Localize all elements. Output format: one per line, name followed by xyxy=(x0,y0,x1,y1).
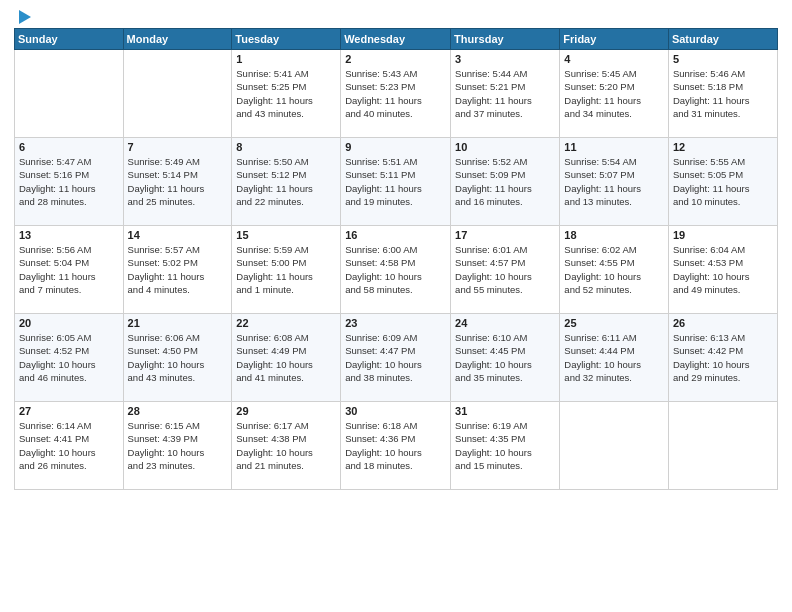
day-cell: 9Sunrise: 5:51 AM Sunset: 5:11 PM Daylig… xyxy=(341,138,451,226)
day-info: Sunrise: 5:54 AM Sunset: 5:07 PM Dayligh… xyxy=(564,155,664,208)
day-cell: 18Sunrise: 6:02 AM Sunset: 4:55 PM Dayli… xyxy=(560,226,669,314)
day-cell: 30Sunrise: 6:18 AM Sunset: 4:36 PM Dayli… xyxy=(341,402,451,490)
col-header-tuesday: Tuesday xyxy=(232,29,341,50)
week-row-1: 1Sunrise: 5:41 AM Sunset: 5:25 PM Daylig… xyxy=(15,50,778,138)
col-header-monday: Monday xyxy=(123,29,232,50)
day-number: 13 xyxy=(19,229,119,241)
col-header-sunday: Sunday xyxy=(15,29,124,50)
day-number: 9 xyxy=(345,141,446,153)
day-cell: 19Sunrise: 6:04 AM Sunset: 4:53 PM Dayli… xyxy=(668,226,777,314)
day-number: 18 xyxy=(564,229,664,241)
day-number: 8 xyxy=(236,141,336,153)
day-cell: 7Sunrise: 5:49 AM Sunset: 5:14 PM Daylig… xyxy=(123,138,232,226)
day-cell: 20Sunrise: 6:05 AM Sunset: 4:52 PM Dayli… xyxy=(15,314,124,402)
day-number: 23 xyxy=(345,317,446,329)
day-number: 28 xyxy=(128,405,228,417)
week-row-3: 13Sunrise: 5:56 AM Sunset: 5:04 PM Dayli… xyxy=(15,226,778,314)
day-number: 10 xyxy=(455,141,555,153)
day-cell: 10Sunrise: 5:52 AM Sunset: 5:09 PM Dayli… xyxy=(451,138,560,226)
day-cell: 4Sunrise: 5:45 AM Sunset: 5:20 PM Daylig… xyxy=(560,50,669,138)
day-info: Sunrise: 6:02 AM Sunset: 4:55 PM Dayligh… xyxy=(564,243,664,296)
day-number: 16 xyxy=(345,229,446,241)
day-info: Sunrise: 5:57 AM Sunset: 5:02 PM Dayligh… xyxy=(128,243,228,296)
day-info: Sunrise: 6:15 AM Sunset: 4:39 PM Dayligh… xyxy=(128,419,228,472)
day-info: Sunrise: 6:18 AM Sunset: 4:36 PM Dayligh… xyxy=(345,419,446,472)
day-number: 6 xyxy=(19,141,119,153)
logo xyxy=(14,10,31,22)
day-number: 4 xyxy=(564,53,664,65)
day-info: Sunrise: 6:08 AM Sunset: 4:49 PM Dayligh… xyxy=(236,331,336,384)
day-cell: 2Sunrise: 5:43 AM Sunset: 5:23 PM Daylig… xyxy=(341,50,451,138)
day-cell: 22Sunrise: 6:08 AM Sunset: 4:49 PM Dayli… xyxy=(232,314,341,402)
day-cell: 8Sunrise: 5:50 AM Sunset: 5:12 PM Daylig… xyxy=(232,138,341,226)
day-info: Sunrise: 6:00 AM Sunset: 4:58 PM Dayligh… xyxy=(345,243,446,296)
day-number: 19 xyxy=(673,229,773,241)
day-cell: 26Sunrise: 6:13 AM Sunset: 4:42 PM Dayli… xyxy=(668,314,777,402)
day-number: 29 xyxy=(236,405,336,417)
day-info: Sunrise: 6:06 AM Sunset: 4:50 PM Dayligh… xyxy=(128,331,228,384)
day-info: Sunrise: 5:52 AM Sunset: 5:09 PM Dayligh… xyxy=(455,155,555,208)
day-info: Sunrise: 6:13 AM Sunset: 4:42 PM Dayligh… xyxy=(673,331,773,384)
week-row-5: 27Sunrise: 6:14 AM Sunset: 4:41 PM Dayli… xyxy=(15,402,778,490)
col-header-saturday: Saturday xyxy=(668,29,777,50)
day-info: Sunrise: 5:47 AM Sunset: 5:16 PM Dayligh… xyxy=(19,155,119,208)
day-cell: 21Sunrise: 6:06 AM Sunset: 4:50 PM Dayli… xyxy=(123,314,232,402)
col-header-friday: Friday xyxy=(560,29,669,50)
day-info: Sunrise: 5:51 AM Sunset: 5:11 PM Dayligh… xyxy=(345,155,446,208)
day-info: Sunrise: 5:56 AM Sunset: 5:04 PM Dayligh… xyxy=(19,243,119,296)
day-info: Sunrise: 6:01 AM Sunset: 4:57 PM Dayligh… xyxy=(455,243,555,296)
day-info: Sunrise: 5:49 AM Sunset: 5:14 PM Dayligh… xyxy=(128,155,228,208)
day-number: 1 xyxy=(236,53,336,65)
day-cell: 23Sunrise: 6:09 AM Sunset: 4:47 PM Dayli… xyxy=(341,314,451,402)
day-info: Sunrise: 5:59 AM Sunset: 5:00 PM Dayligh… xyxy=(236,243,336,296)
calendar-header-row: SundayMondayTuesdayWednesdayThursdayFrid… xyxy=(15,29,778,50)
day-number: 30 xyxy=(345,405,446,417)
day-number: 7 xyxy=(128,141,228,153)
day-info: Sunrise: 6:04 AM Sunset: 4:53 PM Dayligh… xyxy=(673,243,773,296)
day-cell: 29Sunrise: 6:17 AM Sunset: 4:38 PM Dayli… xyxy=(232,402,341,490)
day-info: Sunrise: 5:43 AM Sunset: 5:23 PM Dayligh… xyxy=(345,67,446,120)
day-number: 2 xyxy=(345,53,446,65)
day-info: Sunrise: 5:44 AM Sunset: 5:21 PM Dayligh… xyxy=(455,67,555,120)
day-number: 24 xyxy=(455,317,555,329)
day-cell: 25Sunrise: 6:11 AM Sunset: 4:44 PM Dayli… xyxy=(560,314,669,402)
header xyxy=(14,10,778,22)
day-number: 17 xyxy=(455,229,555,241)
day-info: Sunrise: 6:10 AM Sunset: 4:45 PM Dayligh… xyxy=(455,331,555,384)
day-number: 21 xyxy=(128,317,228,329)
day-number: 25 xyxy=(564,317,664,329)
day-info: Sunrise: 5:55 AM Sunset: 5:05 PM Dayligh… xyxy=(673,155,773,208)
day-number: 27 xyxy=(19,405,119,417)
day-cell: 15Sunrise: 5:59 AM Sunset: 5:00 PM Dayli… xyxy=(232,226,341,314)
day-cell: 5Sunrise: 5:46 AM Sunset: 5:18 PM Daylig… xyxy=(668,50,777,138)
day-cell: 11Sunrise: 5:54 AM Sunset: 5:07 PM Dayli… xyxy=(560,138,669,226)
day-number: 15 xyxy=(236,229,336,241)
week-row-2: 6Sunrise: 5:47 AM Sunset: 5:16 PM Daylig… xyxy=(15,138,778,226)
day-number: 14 xyxy=(128,229,228,241)
day-cell: 6Sunrise: 5:47 AM Sunset: 5:16 PM Daylig… xyxy=(15,138,124,226)
day-number: 26 xyxy=(673,317,773,329)
day-number: 5 xyxy=(673,53,773,65)
week-row-4: 20Sunrise: 6:05 AM Sunset: 4:52 PM Dayli… xyxy=(15,314,778,402)
day-number: 11 xyxy=(564,141,664,153)
day-number: 12 xyxy=(673,141,773,153)
day-cell: 31Sunrise: 6:19 AM Sunset: 4:35 PM Dayli… xyxy=(451,402,560,490)
day-cell: 24Sunrise: 6:10 AM Sunset: 4:45 PM Dayli… xyxy=(451,314,560,402)
day-number: 20 xyxy=(19,317,119,329)
day-cell xyxy=(123,50,232,138)
day-cell xyxy=(668,402,777,490)
page: SundayMondayTuesdayWednesdayThursdayFrid… xyxy=(0,0,792,612)
day-info: Sunrise: 6:11 AM Sunset: 4:44 PM Dayligh… xyxy=(564,331,664,384)
day-info: Sunrise: 5:41 AM Sunset: 5:25 PM Dayligh… xyxy=(236,67,336,120)
day-cell: 1Sunrise: 5:41 AM Sunset: 5:25 PM Daylig… xyxy=(232,50,341,138)
day-cell: 14Sunrise: 5:57 AM Sunset: 5:02 PM Dayli… xyxy=(123,226,232,314)
day-info: Sunrise: 5:46 AM Sunset: 5:18 PM Dayligh… xyxy=(673,67,773,120)
day-cell: 12Sunrise: 5:55 AM Sunset: 5:05 PM Dayli… xyxy=(668,138,777,226)
day-cell: 3Sunrise: 5:44 AM Sunset: 5:21 PM Daylig… xyxy=(451,50,560,138)
day-cell: 27Sunrise: 6:14 AM Sunset: 4:41 PM Dayli… xyxy=(15,402,124,490)
day-cell xyxy=(15,50,124,138)
col-header-wednesday: Wednesday xyxy=(341,29,451,50)
day-cell: 13Sunrise: 5:56 AM Sunset: 5:04 PM Dayli… xyxy=(15,226,124,314)
day-info: Sunrise: 6:14 AM Sunset: 4:41 PM Dayligh… xyxy=(19,419,119,472)
col-header-thursday: Thursday xyxy=(451,29,560,50)
